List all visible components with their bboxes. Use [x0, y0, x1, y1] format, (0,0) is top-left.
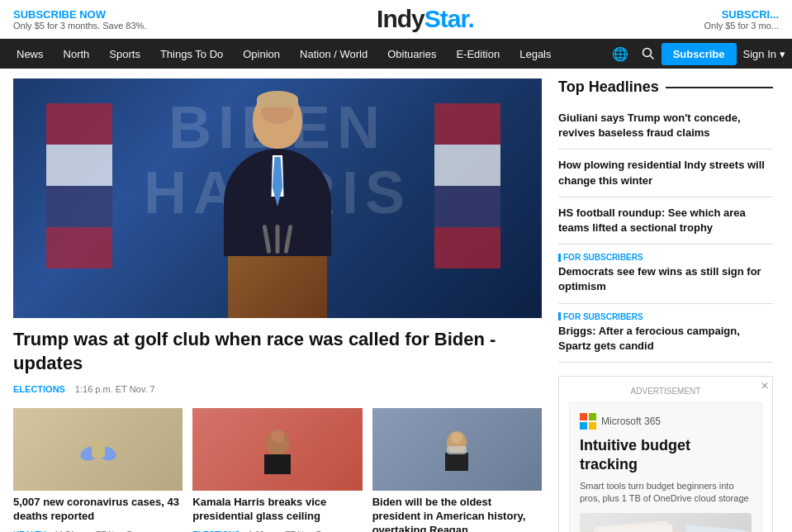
main-nav: News North Sports Things To Do Opinion N… — [0, 39, 792, 69]
headline-item-4[interactable]: FOR SUBSCRIBERS Democrats see few wins a… — [558, 245, 773, 303]
ad-content[interactable]: ✕ Microsoft 365 Intuitive budget trackin… — [569, 402, 762, 532]
nav-item-opinion[interactable]: Opinion — [233, 39, 290, 69]
nav-item-obituaries[interactable]: Obituaries — [377, 39, 446, 69]
hero-meta: ELECTIONS 1:16 p.m. ET Nov. 7 — [13, 382, 542, 395]
ad-close-button[interactable]: ✕ — [761, 380, 769, 392]
svg-point-10 — [451, 432, 462, 444]
thumb-caption-2: Kamala Harris breaks vice presidential g… — [192, 496, 362, 524]
headline-text-2: How plowing residential Indy streets wil… — [558, 158, 773, 188]
svg-rect-11 — [447, 446, 467, 454]
main-content: BIDEN HARRIS — [13, 78, 542, 532]
signin-label: Sign In — [743, 48, 776, 60]
svg-line-1 — [650, 56, 653, 59]
nav-item-north[interactable]: North — [54, 39, 100, 69]
ad-microsoft-logo: Microsoft 365 — [580, 413, 752, 430]
hero-image[interactable]: BIDEN HARRIS — [13, 78, 542, 318]
svg-rect-4 — [92, 441, 105, 458]
flag-right — [434, 103, 500, 268]
subscribe-left[interactable]: SUBSCRIBE NOW Only $5 for 3 months. Save… — [13, 7, 146, 31]
headline-item-2[interactable]: How plowing residential Indy streets wil… — [558, 150, 773, 197]
nav-item-nation-world[interactable]: Nation / World — [290, 39, 377, 69]
nav-item-legals[interactable]: Legals — [510, 39, 561, 69]
ms-cell-4 — [589, 422, 596, 430]
advertisement: Advertisement ✕ Microsoft 365 Intuitive … — [558, 376, 773, 532]
chevron-down-icon: ▾ — [780, 48, 785, 60]
subscribers-bar-icon — [558, 254, 561, 262]
logo-text-black: Indy — [377, 5, 424, 32]
headline-text-5: Briggs: After a ferocious campaign, Spar… — [558, 324, 773, 354]
headline-text-1: Giuliani says Trump won't concede, reviv… — [558, 111, 773, 140]
headline-text-3: HS football roundup: See which area team… — [558, 206, 773, 235]
for-subscribers-label-5: FOR SUBSCRIBERS — [563, 312, 643, 321]
svg-rect-6 — [264, 454, 291, 474]
ms-cell-2 — [589, 413, 596, 420]
subscribe-button[interactable]: Subscribe — [662, 43, 737, 65]
svg-rect-9 — [445, 453, 468, 471]
ad-image — [580, 513, 752, 532]
nav-item-sports[interactable]: Sports — [99, 39, 150, 69]
sidebar-section-title: Top Headlines — [558, 78, 773, 96]
ms-cell-1 — [580, 413, 587, 420]
headline-item-5[interactable]: FOR SUBSCRIBERS Briggs: After a ferociou… — [558, 304, 773, 363]
ad-brand: Microsoft 365 — [601, 416, 661, 427]
microsoft-grid-icon — [580, 413, 596, 430]
hero-time: 1:16 p.m. ET Nov. 7 — [75, 384, 155, 394]
ms-cell-3 — [580, 422, 587, 430]
site-logo[interactable]: IndyStar. — [377, 5, 474, 33]
main-container: BIDEN HARRIS — [0, 69, 792, 532]
subscribe-left-sub: Only $5 for 3 months. Save 83%. — [13, 21, 146, 31]
hero-headline[interactable]: Trump was at golf club when race was cal… — [13, 328, 542, 375]
headline-item-3[interactable]: HS football roundup: See which area team… — [558, 197, 773, 245]
subscribe-left-title: SUBSCRIBE NOW — [13, 8, 106, 21]
sidebar: Top Headlines Giuliani says Trump won't … — [558, 78, 773, 532]
flag-left — [46, 103, 112, 268]
nav-item-news[interactable]: News — [7, 39, 54, 69]
top-headlines-label: Top Headlines — [558, 78, 659, 96]
ad-headline: Intuitive budget tracking — [580, 436, 752, 475]
subscribe-right-title: SUBSCRI... — [722, 8, 779, 21]
thumb-img-1 — [13, 408, 183, 491]
svg-point-7 — [271, 430, 284, 443]
nav-item-e-edition[interactable]: E-Edition — [446, 39, 510, 69]
thumb-item-1[interactable]: 5,007 new coronavirus cases, 43 deaths r… — [13, 408, 183, 532]
thumb-img-2 — [192, 408, 362, 491]
thumb-meta-2: ELECTIONS 1:08 p.m. ET Nov. 7 — [192, 527, 362, 532]
ad-sub: Smart tools turn budget beginners into p… — [580, 480, 752, 506]
headline-item-1[interactable]: Giuliani says Trump won't concede, reviv… — [558, 102, 773, 150]
globe-icon[interactable]: 🌐 — [605, 39, 635, 69]
thumb-meta-1: HEALTH 11:51 a.m. ET Nov. 7 — [13, 527, 183, 532]
thumb-item-3[interactable]: Biden will be the oldest president in Am… — [372, 408, 542, 532]
for-subscribers-badge-4: FOR SUBSCRIBERS — [558, 253, 773, 262]
svg-rect-15 — [682, 525, 745, 532]
nav-item-things-to-do[interactable]: Things To Do — [150, 39, 233, 69]
headline-text-4: Democrats see few wins as still sign for… — [558, 264, 773, 294]
thumb-caption-1: 5,007 new coronavirus cases, 43 deaths r… — [13, 496, 183, 524]
signin-button[interactable]: Sign In ▾ — [743, 48, 785, 60]
ad-label: Advertisement — [569, 387, 762, 396]
thumbnail-row: 5,007 new coronavirus cases, 43 deaths r… — [13, 408, 542, 532]
logo-text-blue: Star. — [424, 5, 474, 32]
person-head — [253, 91, 302, 149]
podium — [228, 252, 327, 318]
for-subscribers-badge-5: FOR SUBSCRIBERS — [558, 312, 773, 321]
search-icon[interactable] — [635, 39, 662, 69]
thumb-item-2[interactable]: Kamala Harris breaks vice presidential g… — [192, 408, 362, 532]
svg-point-0 — [643, 49, 651, 57]
hero-tag: ELECTIONS — [13, 384, 65, 394]
subscribe-right-sub: Only $5 for 3 mo... — [704, 21, 779, 31]
thumb-img-3 — [372, 408, 542, 491]
for-subscribers-label-4: FOR SUBSCRIBERS — [563, 253, 643, 262]
thumb-caption-3: Biden will be the oldest president in Am… — [372, 496, 542, 532]
hero-caption-area: Trump was at golf club when race was cal… — [13, 328, 542, 395]
subscribers-bar-icon-2 — [558, 312, 561, 321]
sidebar-title-line — [666, 87, 773, 88]
subscribe-right[interactable]: SUBSCRI... Only $5 for 3 mo... — [704, 7, 779, 31]
top-bar: SUBSCRIBE NOW Only $5 for 3 months. Save… — [0, 0, 792, 39]
